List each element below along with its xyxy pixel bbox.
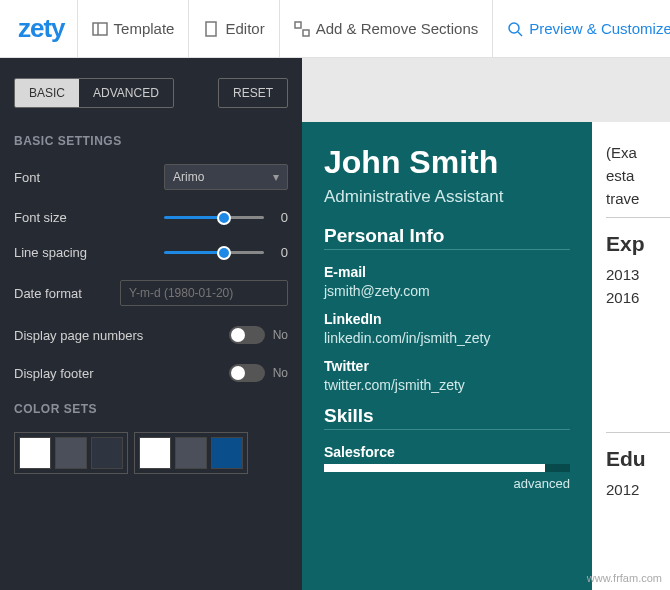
skill-bar [324, 464, 570, 472]
toggle-knob [231, 328, 245, 342]
resume-name: John Smith [324, 144, 570, 181]
logo[interactable]: zety [18, 13, 65, 44]
color-swatch[interactable] [91, 437, 123, 469]
dateformat-label: Date format [14, 286, 120, 301]
email-value: jsmith@zety.com [324, 283, 570, 299]
nav-preview-label: Preview & Customize [529, 20, 670, 37]
search-icon [507, 21, 523, 37]
dateformat-input[interactable] [120, 280, 288, 306]
skill-name: Salesforce [324, 444, 570, 460]
svg-rect-3 [295, 22, 301, 28]
color-swatch[interactable] [55, 437, 87, 469]
linkedin-label: LinkedIn [324, 311, 570, 327]
year-line: 2016 [606, 289, 670, 306]
footer-label: Display footer [14, 366, 164, 381]
email-label: E-mail [324, 264, 570, 280]
svg-rect-0 [93, 23, 107, 35]
resume-sidebar: John Smith Administrative Assistant Pers… [302, 122, 592, 590]
section-personal: Personal Info [324, 225, 570, 250]
color-swatch[interactable] [175, 437, 207, 469]
skill-level: advanced [324, 476, 570, 491]
document-icon [203, 21, 219, 37]
linespacing-label: Line spacing [14, 245, 164, 260]
fontsize-slider[interactable] [164, 216, 264, 219]
sections-icon [294, 21, 310, 37]
blurb-line: esta [606, 167, 670, 184]
colorsets-heading: COLOR SETS [14, 402, 288, 416]
template-icon [92, 21, 108, 37]
pagenumbers-toggle[interactable] [229, 326, 265, 344]
experience-heading: Exp [606, 232, 670, 256]
blurb-line: (Exa [606, 144, 670, 161]
tab-basic[interactable]: BASIC [15, 79, 79, 107]
linespacing-slider[interactable] [164, 251, 264, 254]
nav-add-remove-label: Add & Remove Sections [316, 20, 479, 37]
resume-preview: John Smith Administrative Assistant Pers… [302, 58, 670, 590]
tab-advanced[interactable]: ADVANCED [79, 79, 173, 107]
nav-editor-label: Editor [225, 20, 264, 37]
color-sets-row [14, 432, 288, 474]
color-set[interactable] [134, 432, 248, 474]
color-swatch[interactable] [211, 437, 243, 469]
reset-button[interactable]: RESET [218, 78, 288, 108]
twitter-value: twitter.com/jsmith_zety [324, 377, 570, 393]
education-heading: Edu [606, 447, 670, 471]
blurb-line: trave [606, 190, 670, 207]
year-line: 2013 [606, 266, 670, 283]
resume-title: Administrative Assistant [324, 187, 570, 207]
pagenumbers-label: Display page numbers [14, 328, 164, 343]
footer-toggle[interactable] [229, 364, 265, 382]
color-set[interactable] [14, 432, 128, 474]
twitter-label: Twitter [324, 358, 570, 374]
svg-rect-4 [303, 30, 309, 36]
watermark: www.frfam.com [587, 572, 662, 584]
pagenumbers-state: No [273, 328, 288, 342]
section-skills: Skills [324, 405, 570, 430]
nav-template-label: Template [114, 20, 175, 37]
color-swatch[interactable] [19, 437, 51, 469]
toggle-knob [231, 366, 245, 380]
fontsize-label: Font size [14, 210, 164, 225]
font-label: Font [14, 170, 164, 185]
slider-thumb[interactable] [217, 211, 231, 225]
slider-thumb[interactable] [217, 246, 231, 260]
nav-preview[interactable]: Preview & Customize [492, 0, 670, 57]
year-line: 2012 [606, 481, 670, 498]
fontsize-value: 0 [274, 210, 288, 225]
nav-add-remove[interactable]: Add & Remove Sections [279, 0, 493, 57]
svg-rect-2 [206, 22, 216, 36]
linespacing-value: 0 [274, 245, 288, 260]
svg-point-5 [509, 23, 519, 33]
font-select[interactable]: Arimo [164, 164, 288, 190]
footer-state: No [273, 366, 288, 380]
basic-settings-heading: BASIC SETTINGS [14, 134, 288, 148]
linkedin-value: linkedin.com/in/jsmith_zety [324, 330, 570, 346]
svg-line-6 [518, 32, 522, 36]
color-swatch[interactable] [139, 437, 171, 469]
nav-template[interactable]: Template [77, 0, 189, 57]
resume-main: (Exa esta trave Exp 2013 2016 Edu 2012 [592, 122, 670, 590]
settings-sidebar: BASIC ADVANCED RESET BASIC SETTINGS Font… [0, 58, 302, 590]
nav-editor[interactable]: Editor [188, 0, 278, 57]
